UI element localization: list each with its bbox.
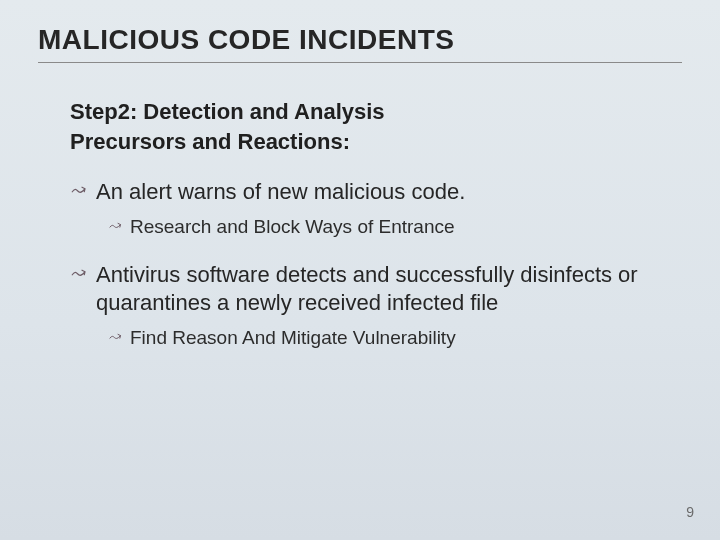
- bullet-list: An alert warns of new malicious code. Re…: [70, 178, 672, 350]
- script-bullet-icon: [108, 219, 123, 234]
- list-item: Research and Block Ways of Entrance: [108, 215, 672, 240]
- list-item-text: Find Reason And Mitigate Vulnerability: [130, 327, 456, 348]
- list-item: Find Reason And Mitigate Vulnerability: [108, 326, 672, 351]
- slide-body: Step2: Detection and Analysis Precursors…: [38, 97, 682, 350]
- subheading-step: Step2: Detection and Analysis: [70, 97, 672, 127]
- slide: MALICIOUS CODE INCIDENTS Step2: Detectio…: [0, 0, 720, 540]
- script-bullet-icon: [70, 265, 88, 283]
- list-item-text: An alert warns of new malicious code.: [96, 179, 465, 204]
- slide-title: MALICIOUS CODE INCIDENTS: [38, 24, 682, 56]
- subheading-precursors: Precursors and Reactions:: [70, 127, 672, 157]
- list-item: An alert warns of new malicious code. Re…: [70, 178, 672, 239]
- list-item: Antivirus software detects and successfu…: [70, 261, 672, 350]
- sub-bullet-list: Find Reason And Mitigate Vulnerability: [108, 326, 672, 351]
- list-item-text: Research and Block Ways of Entrance: [130, 216, 455, 237]
- list-item-text: Antivirus software detects and successfu…: [96, 262, 638, 315]
- sub-bullet-list: Research and Block Ways of Entrance: [108, 215, 672, 240]
- page-number: 9: [686, 504, 694, 520]
- script-bullet-icon: [108, 330, 123, 345]
- script-bullet-icon: [70, 182, 88, 200]
- title-underline: [38, 62, 682, 63]
